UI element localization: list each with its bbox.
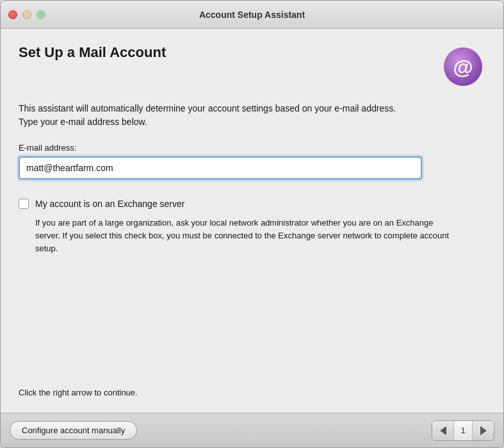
nav-controls: 1 xyxy=(432,420,494,441)
email-input[interactable] xyxy=(19,156,422,179)
svg-text:@: @ xyxy=(453,56,473,79)
page-title: Set Up a Mail Account xyxy=(19,44,166,61)
bottom-hint: Click the right arrow to continue. xyxy=(19,375,485,397)
traffic-lights xyxy=(8,10,45,19)
exchange-description-text: If you are part of a large organization,… xyxy=(35,217,458,255)
header-row: Set Up a Mail Account @ xyxy=(19,44,485,89)
exchange-checkbox[interactable] xyxy=(19,199,29,209)
right-arrow-icon xyxy=(480,426,487,435)
mail-icon-svg: @ xyxy=(443,46,484,88)
mail-icon: @ xyxy=(441,44,485,89)
email-form-group: E-mail address: xyxy=(19,143,485,179)
email-label: E-mail address: xyxy=(19,143,485,153)
minimize-button[interactable] xyxy=(22,10,31,19)
maximize-button[interactable] xyxy=(37,10,45,19)
content-area: Set Up a Mail Account @ xyxy=(1,29,503,413)
description-text: This assistant will automatically determ… xyxy=(19,102,403,129)
title-bar: Account Setup Assistant xyxy=(1,1,503,29)
nav-page-number: 1 xyxy=(454,421,472,440)
exchange-checkbox-label: My account is on an Exchange server xyxy=(35,199,184,209)
app-window: Account Setup Assistant Set Up a Mail Ac… xyxy=(0,0,504,448)
nav-next-button[interactable] xyxy=(472,421,494,440)
close-button[interactable] xyxy=(8,10,17,19)
exchange-checkbox-section: My account is on an Exchange server If y… xyxy=(19,199,485,255)
configure-manually-button[interactable]: Configure account manually xyxy=(10,421,137,440)
nav-prev-button[interactable] xyxy=(432,421,454,440)
window-title: Account Setup Assistant xyxy=(199,10,305,20)
left-arrow-icon xyxy=(440,426,446,435)
bottom-bar: Configure account manually 1 xyxy=(1,413,503,447)
exchange-checkbox-row: My account is on an Exchange server xyxy=(19,199,485,209)
